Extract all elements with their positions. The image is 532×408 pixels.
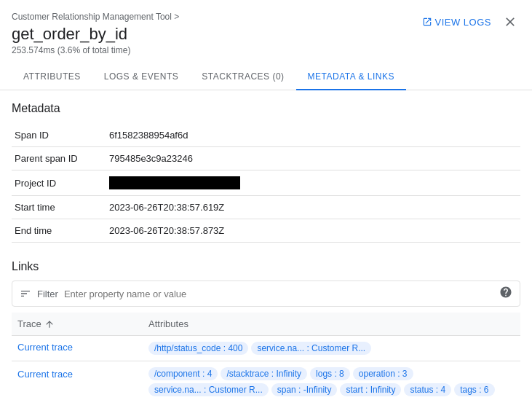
links-row-1-tags: /http/status_code : 400 service.na... : … [143,336,520,361]
metadata-table: Span ID 6f1582388954af6d Parent span ID … [12,124,520,243]
tag-chip: start : Infinity [340,383,401,396]
header-actions: VIEW LOGS [422,12,520,32]
sort-trace-button[interactable]: Trace [17,318,55,329]
redacted-value [109,176,240,189]
tag-chip: status : 4 [404,383,451,396]
tags-container-1: /http/status_code : 400 service.na... : … [148,342,515,355]
project-id-label: Project ID [12,170,106,196]
tag-chip: /stacktrace : Infinity [221,367,307,380]
parent-span-id-value: 795485e3c9a23246 [106,147,520,170]
tabs-bar: ATTRIBUTES LOGS & EVENTS STACKTRACES (0)… [0,64,532,90]
table-row: Start time 2023-06-26T20:38:57.619Z [12,196,520,219]
tags-container-2: /component : 4 /stacktrace : Infinity lo… [148,367,515,396]
filter-input[interactable] [64,289,493,299]
close-icon [503,15,517,29]
help-icon[interactable] [499,286,512,302]
table-row: Span ID 6f1582388954af6d [12,124,520,147]
links-table-header: Trace Attributes [12,313,520,336]
tab-attributes[interactable]: ATTRIBUTES [12,64,92,90]
view-logs-label: VIEW LOGS [435,17,491,28]
parent-span-id-label: Parent span ID [12,147,106,170]
tag-chip: /http/status_code : 400 [148,342,248,355]
links-row-2-trace: Current trace [12,361,143,397]
table-row: Project ID [12,170,520,196]
tag-chip: operation : 3 [353,367,413,380]
metadata-section: Metadata Span ID 6f1582388954af6d Parent… [12,102,520,243]
filter-bar: Filter [12,280,520,307]
table-row: End time 2023-06-26T20:38:57.873Z [12,219,520,243]
filter-label: Filter [37,289,58,299]
tab-metadata-links[interactable]: METADATA & LINKS [296,64,406,90]
col-attributes-header: Attributes [143,313,520,336]
current-trace-link-2[interactable]: Current trace [17,369,73,380]
links-row-2: Current trace /component : 4 /stacktrace… [12,361,520,397]
start-time-label: Start time [12,196,106,219]
links-title: Links [12,260,520,273]
end-time-label: End time [12,219,106,243]
subtitle: 253.574ms (3.6% of total time) [12,45,520,55]
view-logs-button[interactable]: VIEW LOGS [422,17,491,28]
tag-chip: service.na... : Customer R... [148,383,269,396]
links-section: Links Filter Trace [12,260,520,396]
tag-chip: span : -Infinity [271,383,338,396]
tag-chip: /component : 4 [148,367,218,380]
filter-icon [20,288,31,299]
links-row-2-tags: /component : 4 /stacktrace : Infinity lo… [143,361,520,397]
tag-chip: logs : 8 [310,367,350,380]
links-row-1-trace: Current trace [12,336,143,361]
start-time-value: 2023-06-26T20:38:57.619Z [106,196,520,219]
links-table: Trace Attributes Current trace /http/sta… [12,313,520,396]
close-button[interactable] [500,12,520,32]
current-trace-link-1[interactable]: Current trace [17,342,73,353]
tag-chip: tags : 6 [454,383,494,396]
tab-stacktraces[interactable]: STACKTRACES (0) [190,64,295,90]
project-id-value [106,170,520,196]
span-id-value: 6f1582388954af6d [106,124,520,147]
sort-ascending-icon [44,319,55,329]
col-trace-header: Trace [12,313,143,336]
tag-chip: service.na... : Customer R... [251,342,371,355]
tab-logs-events[interactable]: LOGS & EVENTS [92,64,191,90]
header: Customer Relationship Management Tool > … [0,0,532,55]
end-time-value: 2023-06-26T20:38:57.873Z [106,219,520,243]
external-link-icon [422,17,432,27]
metadata-title: Metadata [12,102,520,115]
table-row: Parent span ID 795485e3c9a23246 [12,147,520,170]
span-id-label: Span ID [12,124,106,147]
links-row-1: Current trace /http/status_code : 400 se… [12,336,520,361]
main-content: Metadata Span ID 6f1582388954af6d Parent… [0,90,532,396]
